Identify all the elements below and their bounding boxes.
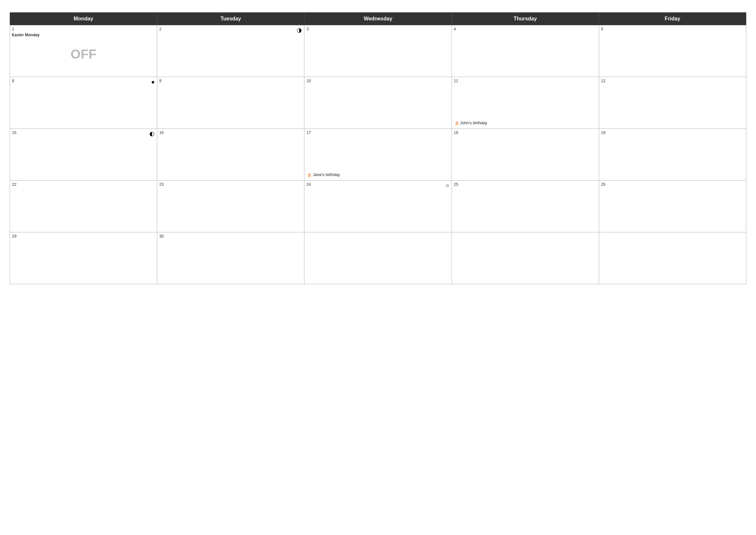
day-number: 24: [306, 182, 449, 187]
day-cell-3: 3: [304, 25, 452, 77]
day-number: 19: [601, 130, 744, 135]
day-cell-22: 22: [10, 181, 157, 232]
day-number: 4: [454, 27, 597, 31]
day-cell-11: 11🎂John's birthday: [452, 77, 599, 129]
column-header-friday: Friday: [599, 13, 746, 25]
moon-icon-full: ●: [151, 79, 155, 85]
day-number: 1: [12, 27, 155, 31]
day-number: 17: [306, 130, 449, 135]
birthday-label-text: John's birthday: [460, 121, 487, 125]
moon-icon-half-left: ◐: [149, 130, 155, 137]
week-row-1: 1Easter MondayOFF2◑345: [10, 25, 746, 77]
column-header-wednesday: Wednesday: [304, 13, 452, 25]
holiday-label: Easter Monday: [12, 33, 155, 37]
week-row-2: 8●91011🎂John's birthday12: [10, 77, 746, 129]
day-cell-24: 24○: [304, 181, 452, 232]
day-cell-26: 26: [599, 181, 746, 232]
week-row-3: 15◐1617🎂Jane's birthday1819: [10, 129, 746, 181]
day-number: 25: [454, 182, 597, 187]
day-cell-16: 16: [157, 129, 304, 181]
empty-cell: [452, 232, 599, 284]
week-row-5: 2930: [10, 232, 746, 284]
day-number: 2: [159, 27, 302, 31]
day-cell-30: 30: [157, 232, 304, 284]
off-label: OFF: [12, 47, 155, 62]
moon-icon-half-right: ◑: [297, 27, 302, 34]
day-cell-15: 15◐: [10, 129, 157, 181]
birthday-icon: 🎂: [454, 121, 459, 125]
day-number: 29: [12, 234, 155, 239]
day-cell-19: 19: [599, 129, 746, 181]
day-number: 30: [159, 234, 302, 239]
birthday-event: 🎂John's birthday: [454, 121, 487, 125]
day-cell-18: 18: [452, 129, 599, 181]
empty-cell: [304, 232, 452, 284]
day-number: 26: [601, 182, 744, 187]
birthday-event: 🎂Jane's birthday: [307, 173, 340, 177]
day-number: 10: [306, 79, 449, 83]
column-header-tuesday: Tuesday: [157, 13, 304, 25]
day-number: 3: [306, 27, 449, 31]
day-cell-25: 25: [452, 181, 599, 232]
column-header-monday: Monday: [10, 13, 157, 25]
day-cell-5: 5: [599, 25, 746, 77]
day-cell-23: 23: [157, 181, 304, 232]
day-cell-8: 8●: [10, 77, 157, 129]
calendar-table: MondayTuesdayWednesdayThursdayFriday 1Ea…: [10, 12, 746, 284]
day-cell-17: 17🎂Jane's birthday: [304, 129, 452, 181]
day-cell-1: 1Easter MondayOFF: [10, 25, 157, 77]
birthday-icon: 🎂: [307, 173, 312, 177]
empty-cell: [599, 232, 746, 284]
day-number: 8: [12, 79, 155, 83]
day-number: 16: [159, 130, 302, 135]
day-number: 18: [454, 130, 597, 135]
day-cell-10: 10: [304, 77, 452, 129]
moon-icon-new: ○: [446, 182, 449, 189]
day-number: 12: [601, 79, 744, 83]
day-number: 23: [159, 182, 302, 187]
day-cell-12: 12: [599, 77, 746, 129]
column-header-thursday: Thursday: [452, 13, 599, 25]
day-number: 9: [159, 79, 302, 83]
week-row-4: 222324○2526: [10, 181, 746, 232]
day-cell-29: 29: [10, 232, 157, 284]
day-cell-4: 4: [452, 25, 599, 77]
day-number: 11: [454, 79, 597, 83]
day-number: 15: [12, 130, 155, 135]
day-number: 22: [12, 182, 155, 187]
birthday-label-text: Jane's birthday: [313, 173, 340, 177]
day-cell-9: 9: [157, 77, 304, 129]
day-number: 5: [601, 27, 744, 31]
day-cell-2: 2◑: [157, 25, 304, 77]
